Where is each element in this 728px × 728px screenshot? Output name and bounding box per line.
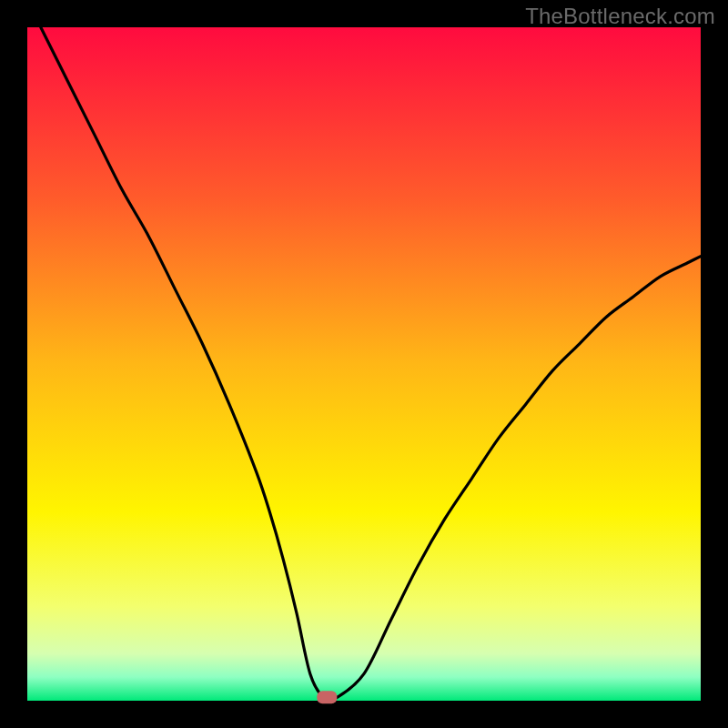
- chart-svg: [0, 0, 728, 728]
- chart-frame: { "watermark": "TheBottleneck.com", "cha…: [0, 0, 728, 728]
- watermark-text: TheBottleneck.com: [525, 4, 715, 29]
- plot-background: [27, 27, 701, 701]
- optimal-marker: [317, 691, 337, 703]
